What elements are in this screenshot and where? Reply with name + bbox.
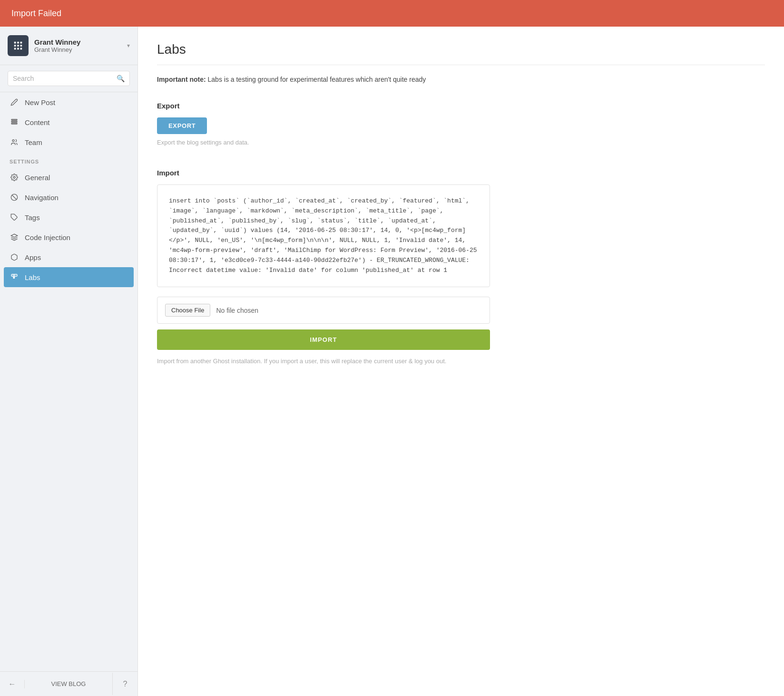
nav-content[interactable]: Content	[0, 112, 137, 132]
nav-navigation[interactable]: Navigation	[0, 187, 137, 207]
team-icon	[10, 137, 19, 147]
error-message-box: insert into `posts` (`author_id`, `creat…	[157, 184, 490, 287]
svg-rect-4	[17, 45, 19, 47]
avatar	[8, 35, 29, 56]
svg-point-12	[12, 140, 14, 142]
svg-marker-17	[11, 234, 17, 237]
nav-new-post[interactable]: New Post	[0, 92, 137, 112]
svg-rect-8	[20, 48, 22, 50]
svg-rect-5	[20, 45, 22, 47]
layout: Grant Winney Grant Winney ▾ 🔍 New Post	[0, 27, 784, 696]
important-note-text: Labs is a testing ground for experimenta…	[206, 76, 426, 83]
nav-labs[interactable]: Labs	[4, 267, 134, 287]
code-injection-svg	[10, 233, 18, 241]
file-input-row: Choose File No file chosen	[157, 297, 490, 324]
nav-tags[interactable]: Tags	[0, 207, 137, 227]
view-blog-button[interactable]: VIEW BLOG	[25, 673, 113, 695]
import-section-title: Import	[157, 169, 765, 177]
labs-label: Labs	[25, 273, 40, 281]
general-label: General	[25, 174, 50, 182]
user-subtitle: Grant Winney	[34, 46, 123, 53]
svg-rect-3	[14, 45, 16, 47]
export-section-title: Export	[157, 102, 765, 110]
apps-svg	[10, 253, 18, 261]
pencil-svg	[10, 98, 18, 106]
important-note: Important note: Labs is a testing ground…	[157, 75, 765, 85]
gear-icon	[10, 173, 19, 182]
back-arrow-icon[interactable]: ←	[0, 680, 25, 688]
navigation-svg	[10, 193, 18, 201]
sidebar: Grant Winney Grant Winney ▾ 🔍 New Post	[0, 27, 138, 696]
banner-text: Import Failed	[11, 9, 61, 19]
tag-icon	[10, 213, 19, 222]
important-note-label: Important note:	[157, 76, 206, 83]
code-injection-label: Code Injection	[25, 233, 70, 242]
search-icon: 🔍	[117, 75, 125, 82]
svg-rect-9	[11, 119, 17, 120]
content-label: Content	[25, 118, 50, 126]
search-input[interactable]	[13, 75, 115, 82]
svg-rect-0	[14, 42, 16, 44]
tags-label: Tags	[25, 213, 40, 222]
export-description: Export the blog settings and data.	[157, 139, 765, 146]
labs-svg	[10, 273, 18, 281]
labs-icon	[10, 272, 19, 282]
user-profile[interactable]: Grant Winney Grant Winney ▾	[0, 27, 137, 65]
code-injection-icon	[10, 232, 19, 242]
svg-rect-2	[20, 42, 22, 44]
team-svg	[10, 138, 18, 146]
user-name: Grant Winney	[34, 38, 123, 46]
grid-icon	[13, 40, 23, 51]
apps-icon	[10, 252, 19, 262]
page-title: Labs	[157, 42, 765, 65]
nav-team[interactable]: Team	[0, 132, 137, 152]
apps-label: Apps	[25, 253, 41, 261]
svg-rect-6	[14, 48, 16, 50]
top-banner: Import Failed	[0, 0, 784, 27]
settings-section-label: SETTINGS	[0, 152, 137, 167]
no-file-label: No file chosen	[216, 307, 258, 314]
import-button[interactable]: IMPORT	[157, 329, 490, 350]
sidebar-bottom: ← VIEW BLOG ?	[0, 671, 137, 696]
svg-point-13	[13, 176, 15, 178]
nav-code-injection[interactable]: Code Injection	[0, 227, 137, 247]
team-label: Team	[25, 138, 42, 146]
svg-line-15	[12, 195, 16, 199]
content-svg	[10, 118, 18, 126]
search-wrapper: 🔍	[8, 71, 130, 86]
choose-file-button[interactable]: Choose File	[165, 304, 210, 317]
svg-rect-11	[11, 123, 17, 124]
chevron-down-icon: ▾	[127, 42, 130, 49]
gear-svg	[10, 174, 18, 181]
main-content: Labs Important note: Labs is a testing g…	[138, 27, 784, 696]
content-icon	[10, 117, 19, 127]
user-info: Grant Winney Grant Winney	[34, 38, 123, 53]
import-description: Import from another Ghost installation. …	[157, 357, 490, 366]
navigation-label: Navigation	[25, 193, 59, 202]
help-icon[interactable]: ?	[113, 680, 137, 688]
search-container: 🔍	[0, 65, 137, 92]
nav-general[interactable]: General	[0, 167, 137, 187]
tag-svg	[10, 213, 18, 221]
nav-apps[interactable]: Apps	[0, 247, 137, 267]
export-button[interactable]: EXPORT	[157, 117, 207, 134]
svg-rect-1	[17, 42, 19, 44]
svg-rect-10	[11, 121, 17, 122]
export-section: Export EXPORT Export the blog settings a…	[157, 102, 765, 146]
new-post-label: New Post	[25, 98, 55, 106]
pencil-icon	[10, 97, 19, 107]
svg-rect-7	[17, 48, 19, 50]
import-section: Import insert into `posts` (`author_id`,…	[157, 169, 765, 366]
navigation-icon	[10, 193, 19, 202]
